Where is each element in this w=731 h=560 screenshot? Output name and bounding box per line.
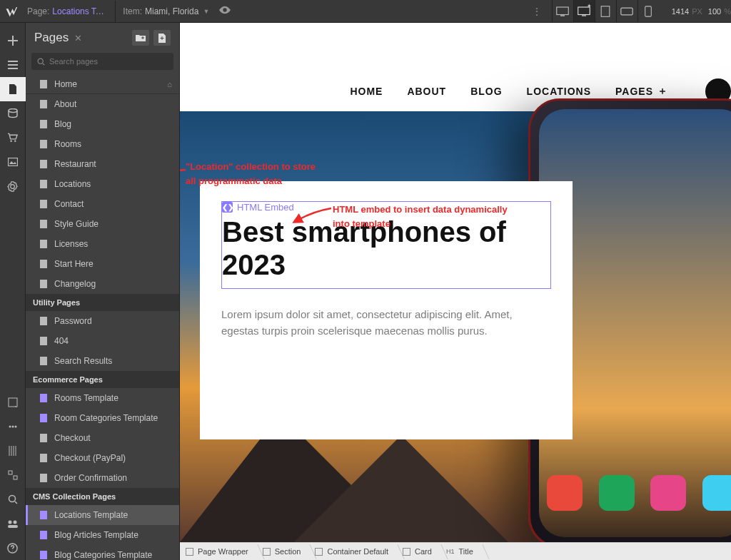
pages-icon[interactable]	[0, 77, 26, 101]
pages-panel-title: Pages	[34, 31, 69, 45]
svg-rect-13	[8, 158, 17, 166]
svg-point-10	[9, 109, 17, 113]
code-icon: ❮❯	[222, 202, 233, 213]
svg-point-22	[13, 521, 16, 524]
card-body[interactable]: Lorem ipsum dolor sit amet, consectetur …	[221, 306, 551, 340]
svg-point-11	[10, 140, 11, 141]
device-mobile[interactable]	[637, 0, 659, 23]
svg-point-21	[8, 521, 11, 524]
page-item-restaurant[interactable]: Restaurant	[26, 154, 179, 174]
breadcrumb: Page Wrapper Section Container Default C…	[180, 542, 731, 560]
page-item-password[interactable]: Password	[26, 311, 179, 331]
nav-pages-dropdown[interactable]: PAGES＋	[615, 85, 668, 98]
page-item-searchresults[interactable]: Search Results	[26, 351, 179, 371]
page-item-blog[interactable]: Blog	[26, 114, 179, 134]
video-icon[interactable]	[0, 511, 26, 536]
page-item-home[interactable]: Home⌂	[26, 74, 179, 94]
components-icon[interactable]	[0, 463, 26, 487]
page-label: Page:	[27, 6, 49, 16]
section-ecommerce: Ecommerce Pages	[26, 371, 179, 388]
page-item-blog-categories[interactable]: Blog Categories Template	[26, 545, 179, 560]
settings-icon[interactable]	[0, 174, 26, 198]
page-item-404[interactable]: 404	[26, 331, 179, 351]
preview-icon[interactable]	[219, 6, 231, 16]
ecommerce-icon[interactable]	[0, 126, 26, 150]
svg-point-20	[9, 496, 15, 502]
svg-rect-7	[8, 61, 18, 62]
search-icon[interactable]	[0, 487, 26, 511]
pages-panel: Pages ✕ Search pages Home⌂ About Blog Ro…	[26, 23, 180, 560]
page-item-locations-template[interactable]: Locations Template	[26, 505, 179, 525]
page-value[interactable]: Locations Te…	[52, 6, 108, 16]
nav-blog[interactable]: BLOG	[470, 86, 502, 97]
device-desktop-xl[interactable]	[552, 0, 573, 23]
svg-rect-8	[8, 64, 18, 66]
chevron-down-icon[interactable]: ▼	[203, 8, 209, 15]
svg-rect-5	[621, 8, 632, 15]
assets-icon[interactable]	[0, 150, 26, 174]
svg-rect-0	[557, 7, 569, 15]
help-icon[interactable]	[0, 536, 26, 560]
section-utility: Utility Pages	[26, 294, 179, 311]
navigator-icon[interactable]	[0, 53, 26, 77]
page-item-starthere[interactable]: Start Here	[26, 254, 179, 274]
page-item-rooms[interactable]: Rooms	[26, 134, 179, 154]
page-item-rooms-template[interactable]: Rooms Template	[26, 388, 179, 408]
top-bar: Page: Locations Te… Item: Miami, Florida…	[0, 0, 731, 23]
cms-icon[interactable]	[0, 101, 26, 126]
nav-locations[interactable]: LOCATIONS	[527, 86, 591, 97]
breadcrumb-item[interactable]: Container Default	[309, 543, 397, 561]
audit-icon[interactable]	[0, 390, 26, 414]
svg-point-12	[14, 140, 16, 141]
item-label: Item:	[123, 6, 142, 16]
svg-point-17	[14, 426, 16, 428]
grid-icon[interactable]	[0, 439, 26, 463]
webflow-logo[interactable]	[0, 0, 23, 23]
breadcrumb-item[interactable]: Section	[257, 543, 310, 561]
page-item-room-categories[interactable]: Room Categories Template	[26, 408, 179, 428]
svg-point-15	[9, 426, 11, 428]
close-icon[interactable]: ✕	[74, 33, 82, 44]
page-item-blog-articles[interactable]: Blog Articles Template	[26, 525, 179, 545]
canvas[interactable]: HOME ABOUT BLOG LOCATIONS PAGES＋ ❮❯HTML …	[180, 23, 731, 542]
breadcrumb-item[interactable]: Card	[397, 543, 440, 561]
add-element-icon[interactable]	[0, 29, 26, 53]
find-icon[interactable]	[0, 414, 26, 439]
svg-rect-14	[9, 398, 17, 407]
page-item-licenses[interactable]: Licenses	[26, 234, 179, 254]
page-item-changelog[interactable]: Changelog	[26, 274, 179, 294]
svg-rect-6	[645, 6, 652, 16]
svg-point-16	[11, 426, 14, 428]
device-tablet[interactable]	[595, 0, 616, 23]
svg-rect-18	[9, 471, 12, 474]
annotation-1: "Location" collection to store all progr…	[186, 160, 316, 188]
section-cms: CMS Collection Pages	[26, 488, 179, 505]
search-input[interactable]: Search pages	[31, 53, 173, 70]
page-item-about[interactable]: About	[26, 94, 179, 114]
canvas-dimensions[interactable]: 1414PX100%	[672, 7, 731, 16]
device-switcher: ✦	[552, 0, 659, 23]
nav-home[interactable]: HOME	[350, 86, 383, 97]
svg-rect-19	[14, 476, 17, 479]
svg-rect-3	[582, 15, 586, 16]
new-folder-button[interactable]	[132, 30, 149, 46]
device-desktop[interactable]: ✦	[573, 0, 595, 23]
svg-point-25	[38, 58, 43, 63]
page-item-checkout-paypal[interactable]: Checkout (PayPal)	[26, 448, 179, 468]
more-icon[interactable]: ⋮	[532, 6, 542, 17]
page-item-styleguide[interactable]: Style Guide	[26, 214, 179, 234]
nav-about[interactable]: ABOUT	[407, 86, 446, 97]
page-item-contact[interactable]: Contact	[26, 194, 179, 214]
page-item-order-confirmation[interactable]: Order Confirmation	[26, 468, 179, 488]
new-page-button[interactable]	[153, 30, 171, 46]
left-rail	[0, 23, 26, 560]
breadcrumb-item[interactable]: H1Title	[440, 543, 482, 561]
arrow-icon	[180, 166, 191, 190]
page-item-checkout[interactable]: Checkout	[26, 428, 179, 448]
item-value[interactable]: Miami, Florida	[145, 6, 198, 16]
search-placeholder: Search pages	[49, 57, 98, 66]
page-item-locations[interactable]: Locations	[26, 174, 179, 194]
breadcrumb-item[interactable]: Page Wrapper	[180, 543, 257, 561]
device-mobile-landscape[interactable]	[616, 0, 637, 23]
svg-rect-23	[8, 525, 18, 528]
